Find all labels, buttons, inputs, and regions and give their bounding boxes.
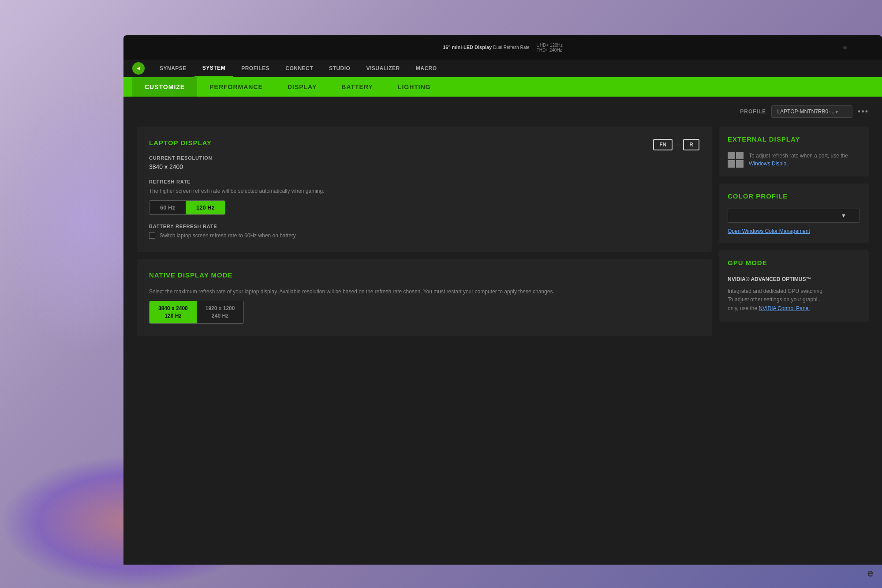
current-res-label: CURRENT RESOLUTION [149,155,699,161]
nav-tab-profiles[interactable]: PROFILES [233,60,277,77]
sub-nav: CUSTOMIZE PERFORMANCE DISPLAY BATTERY LI… [123,77,882,97]
ext-display-text2: port, use the [818,153,848,159]
profile-value: LAPTOP-MNTN7RB0-... [777,109,834,115]
win-quad-tr [736,152,744,159]
main-nav: SYNAPSE SYSTEM PROFILES CONNECT STUDIO V… [123,60,882,77]
ext-display-text1: To adjust refresh rate when a [749,153,817,159]
windows-display-link[interactable]: Windows Displa... [749,161,791,167]
top-bezel: 16" mini-LED Display Dual Refresh Rate U… [123,35,882,60]
profile-bar: PROFILE LAPTOP-MNTN7RB0-... ▼ ••• [137,105,869,118]
open-color-management-link[interactable]: Open Windows Color Management [728,228,860,234]
nav-tab-system[interactable]: SYSTEM [194,60,233,77]
laptop-display-card: LAPTOP DISPLAY FN + R CURRENT RESOLUTION… [137,127,712,252]
sub-tab-performance[interactable]: PERFORMANCE [197,77,275,97]
fn-key-badge: FN [653,139,673,150]
sub-tab-display[interactable]: DISPLAY [275,77,329,97]
r-key-badge: R [683,139,699,150]
current-res-value: 3840 x 2400 [149,163,699,170]
res-1920-line2: 240 Hz [206,312,235,320]
app-container: SYNAPSE SYSTEM PROFILES CONNECT STUDIO V… [123,60,882,565]
color-profile-card: COLOR PROFILE ▼ Open Windows Color Manag… [719,184,869,243]
nav-tab-synapse[interactable]: SYNAPSE [152,60,194,77]
res-1920-button[interactable]: 1920 x 1200 240 Hz [197,301,244,323]
gpu-mode-desc: NVIDIA® ADVANCED OPTIMUS™ Integrated and… [728,275,860,313]
profile-more-button[interactable]: ••• [858,107,869,116]
sub-tab-battery[interactable]: BATTERY [329,77,385,97]
nav-tab-visualizer[interactable]: VISUALIZER [358,60,407,77]
display-line2: Dual Refresh Rate [493,45,529,50]
fn-key-area: FN + R [653,139,699,150]
win-quad-br [736,160,744,168]
refresh-rate-label: REFRESH RATE [149,179,699,184]
win-quad-bl [728,160,735,168]
res-3840-button[interactable]: 3840 x 2400 120 Hz [149,301,197,323]
gpu-mode-title: GPU MODE [728,259,860,266]
gpu-desc2: To adjust other settings on your graphi.… [728,296,860,304]
res-1920-line1: 1920 x 1200 [206,305,235,312]
native-display-mode-card: NATIVE DISPLAY MODE Select the maximum r… [137,259,712,336]
left-column: LAPTOP DISPLAY FN + R CURRENT RESOLUTION… [137,127,712,556]
spec2: FHD+ 240Hz [537,48,563,52]
camera [843,46,847,49]
gpu-desc3-text: only, use the [728,305,757,311]
refresh-rate-toggle: 60 Hz 120 Hz [149,200,225,215]
refresh-rate-desc: The higher screen refresh rate will be s… [149,187,699,195]
native-display-title: NATIVE DISPLAY MODE [149,271,699,279]
windows-icon [728,152,744,168]
spec1: UHD+ 120Hz [537,43,563,48]
external-display-text: To adjust refresh rate when a port, use … [749,152,860,168]
resolution-toggle: 3840 x 2400 120 Hz 1920 x 1200 240 Hz [149,301,244,324]
profile-label: PROFILE [740,109,766,115]
nav-tab-connect[interactable]: CONNECT [277,60,321,77]
gpu-desc3-row: only, use the NVIDIA Control Panel [728,304,860,313]
plus-label: + [676,141,680,148]
nav-tab-studio[interactable]: STUDIO [321,60,358,77]
battery-refresh-checkbox[interactable] [149,232,155,239]
refresh-120hz-button[interactable]: 120 Hz [186,201,225,214]
gpu-mode-card: GPU MODE NVIDIA® ADVANCED OPTIMUS™ Integ… [719,250,869,322]
back-button[interactable] [132,62,145,75]
win-quad-tl [728,152,735,159]
color-profile-dropdown[interactable]: ▼ [728,209,860,223]
sub-tab-lighting[interactable]: LIGHTING [385,77,443,97]
display-label: 16" mini-LED Display [443,45,492,50]
content-area: PROFILE LAPTOP-MNTN7RB0-... ▼ ••• LAPTOP… [123,97,882,565]
battery-refresh-checkbox-label: Switch laptop screen refresh rate to 60H… [160,232,297,240]
color-profile-title: COLOR PROFILE [728,192,860,200]
battery-refresh-label: BATTERY REFRESH RATE [149,224,699,229]
sub-tab-customize[interactable]: CUSTOMIZE [132,77,197,97]
external-display-row: To adjust refresh rate when a port, use … [728,152,860,168]
res-3840-line2: 120 Hz [158,312,188,320]
external-display-card: EXTERNAL DISPLAY To adjust refresh rate … [719,127,869,176]
screen-wrapper: 16" mini-LED Display Dual Refresh Rate U… [123,35,882,565]
battery-refresh-checkbox-row: Switch laptop screen refresh rate to 60H… [149,232,699,240]
main-grid: LAPTOP DISPLAY FN + R CURRENT RESOLUTION… [137,127,869,556]
nav-tab-macro[interactable]: MACRO [408,60,445,77]
gpu-brand: NVIDIA® ADVANCED OPTIMUS™ [728,275,860,284]
watermark: e [867,567,873,579]
dropdown-arrow-icon: ▼ [834,109,839,114]
color-profile-arrow-icon: ▼ [841,213,846,219]
display-specs: UHD+ 120Hz FHD+ 240Hz [537,43,563,52]
res-3840-line1: 3840 x 2400 [158,305,188,312]
native-display-desc: Select the maximum refresh rate of your … [149,288,699,296]
profile-dropdown[interactable]: LAPTOP-MNTN7RB0-... ▼ [771,105,852,118]
laptop-display-title: LAPTOP DISPLAY [149,139,699,146]
right-column: EXTERNAL DISPLAY To adjust refresh rate … [719,127,869,556]
refresh-60hz-button[interactable]: 60 Hz [149,201,186,214]
nvidia-control-panel-link[interactable]: NVIDIA Control Panel [759,305,810,311]
gpu-desc1: Integrated and dedicated GPU switching. [728,287,860,296]
display-info: 16" mini-LED Display Dual Refresh Rate [443,44,529,51]
external-display-title: EXTERNAL DISPLAY [728,135,860,143]
